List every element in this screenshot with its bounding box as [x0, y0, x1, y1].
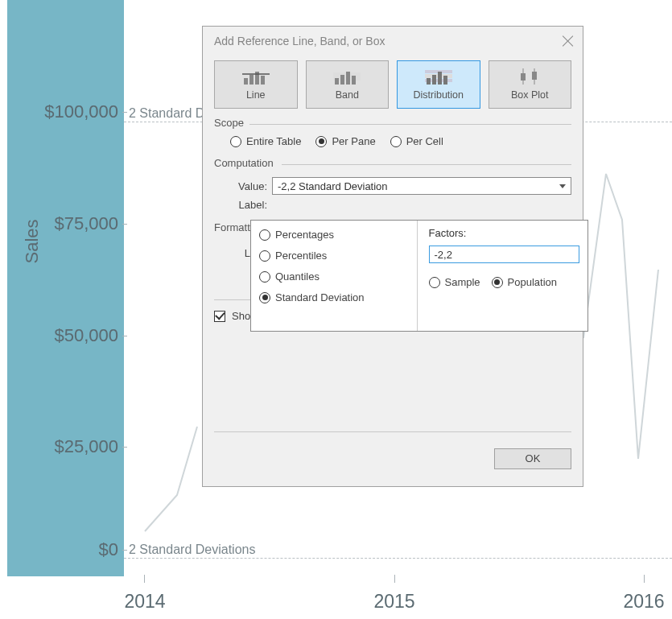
- tab-label: Distribution: [413, 89, 464, 101]
- radio-text: Per Pane: [332, 135, 375, 147]
- label-label: Label:: [214, 199, 272, 211]
- radio-text: Sample: [445, 276, 480, 288]
- ok-button[interactable]: OK: [494, 448, 571, 469]
- band-icon: [333, 68, 361, 85]
- radio-icon: [259, 229, 270, 241]
- factors-input[interactable]: [429, 246, 580, 263]
- svg-rect-14: [432, 75, 436, 85]
- radio-text: Population: [508, 276, 557, 288]
- dialog-title: Add Reference Line, Band, or Box: [214, 35, 385, 47]
- boxplot-icon: [516, 68, 543, 85]
- radio-text: Quantiles: [275, 270, 320, 283]
- tab-label: Box Plot: [511, 89, 549, 101]
- value-select-text: -2,2 Standard Deviation: [278, 180, 388, 192]
- computation-mode-list: Percentages Percentiles Quantiles Standa…: [251, 221, 418, 331]
- tab-label: Line: [246, 89, 266, 101]
- svg-rect-20: [532, 72, 537, 80]
- dialog-titlebar: Add Reference Line, Band, or Box: [203, 27, 583, 56]
- mode-standard-deviation[interactable]: Standard Deviation: [259, 291, 410, 303]
- svg-rect-13: [427, 78, 431, 85]
- mode-percentiles[interactable]: Percentiles: [259, 250, 410, 262]
- svg-rect-16: [443, 76, 447, 85]
- tab-distribution[interactable]: Distribution: [397, 60, 480, 109]
- radio-icon: [259, 292, 270, 303]
- svg-rect-6: [335, 78, 339, 85]
- basis-sample[interactable]: Sample: [429, 276, 480, 288]
- close-icon[interactable]: [562, 35, 575, 47]
- mode-percentages[interactable]: Percentages: [259, 229, 410, 241]
- mode-quantiles[interactable]: Quantiles: [259, 270, 410, 283]
- factors-label: Factors:: [429, 227, 580, 239]
- svg-rect-3: [261, 76, 265, 85]
- radio-icon: [492, 277, 503, 288]
- radio-text: Per Cell: [406, 135, 443, 147]
- scope-legend: Scope: [214, 117, 244, 129]
- svg-rect-9: [352, 76, 356, 85]
- ok-button-label: OK: [526, 452, 541, 464]
- radio-text: Percentages: [275, 229, 334, 241]
- tab-label: Band: [336, 89, 359, 101]
- reference-type-tabs: Line Band Distribution: [214, 60, 571, 109]
- radio-text: Percentiles: [275, 250, 327, 262]
- scope-option-per-cell[interactable]: Per Cell: [390, 135, 443, 147]
- scope-option-per-pane[interactable]: Per Pane: [315, 135, 375, 147]
- computation-dropdown-panel: Percentages Percentiles Quantiles Standa…: [250, 220, 588, 332]
- tab-boxplot[interactable]: Box Plot: [489, 60, 572, 109]
- distribution-icon: [425, 68, 452, 85]
- radio-text: Standard Deviation: [275, 291, 365, 303]
- radio-icon: [429, 277, 440, 288]
- svg-rect-1: [249, 75, 254, 85]
- computation-legend: Computation: [214, 157, 274, 169]
- svg-rect-8: [346, 72, 350, 85]
- value-label: Value:: [214, 180, 272, 192]
- tab-band[interactable]: Band: [306, 60, 390, 109]
- radio-text: Entire Table: [246, 135, 301, 147]
- checkbox-icon: [214, 311, 225, 322]
- radio-icon: [315, 136, 327, 147]
- svg-rect-18: [521, 73, 526, 80]
- standard-deviation-params: Factors: Sample Population: [418, 221, 588, 331]
- svg-rect-0: [244, 78, 248, 85]
- basis-population[interactable]: Population: [492, 276, 557, 288]
- svg-rect-7: [340, 75, 344, 85]
- tab-line[interactable]: Line: [214, 60, 298, 109]
- radio-icon: [259, 250, 270, 262]
- dialog-footer: OK: [214, 431, 571, 475]
- line-icon: [242, 68, 270, 85]
- radio-icon: [390, 136, 402, 147]
- value-select[interactable]: -2,2 Standard Deviation: [272, 177, 571, 195]
- radio-icon: [230, 136, 241, 147]
- scope-option-entire-table[interactable]: Entire Table: [230, 135, 301, 147]
- svg-rect-15: [438, 72, 442, 85]
- computation-fieldset: Computation Value: -2,2 Standard Deviati…: [214, 157, 571, 215]
- radio-icon: [259, 271, 270, 283]
- chevron-down-icon: [559, 184, 566, 188]
- scope-fieldset: Scope Entire Table Per Pane Per Cell: [214, 117, 571, 151]
